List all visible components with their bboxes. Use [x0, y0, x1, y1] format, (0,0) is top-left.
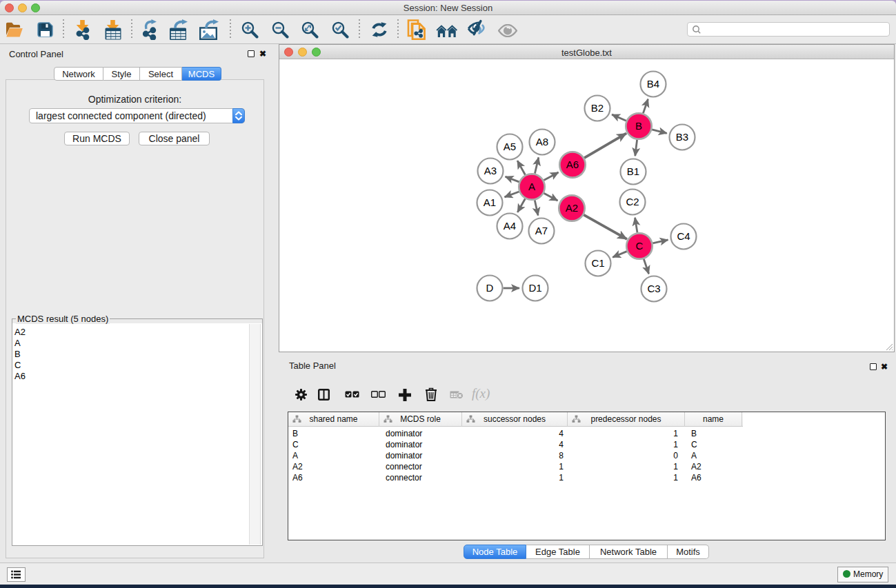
svg-text:B1: B1 [627, 165, 639, 177]
svg-text:B3: B3 [676, 131, 688, 143]
svg-text:B: B [635, 120, 642, 132]
svg-text:D: D [486, 282, 494, 294]
svg-text:A2: A2 [566, 202, 578, 214]
svg-text:A1: A1 [484, 196, 496, 208]
svg-text:B2: B2 [591, 102, 604, 114]
svg-text:A8: A8 [536, 136, 548, 148]
svg-text:A: A [528, 181, 535, 192]
svg-text:A4: A4 [504, 220, 516, 232]
svg-text:A3: A3 [484, 165, 497, 176]
svg-text:C3: C3 [647, 283, 660, 294]
svg-text:C2: C2 [626, 196, 639, 207]
svg-text:C: C [636, 240, 644, 252]
svg-text:A7: A7 [535, 225, 548, 236]
svg-text:A5: A5 [504, 141, 516, 152]
svg-text:C1: C1 [591, 257, 604, 269]
svg-text:A6: A6 [566, 159, 579, 170]
svg-text:C4: C4 [677, 230, 690, 242]
svg-text:B4: B4 [647, 78, 659, 90]
svg-text:D1: D1 [528, 282, 541, 294]
